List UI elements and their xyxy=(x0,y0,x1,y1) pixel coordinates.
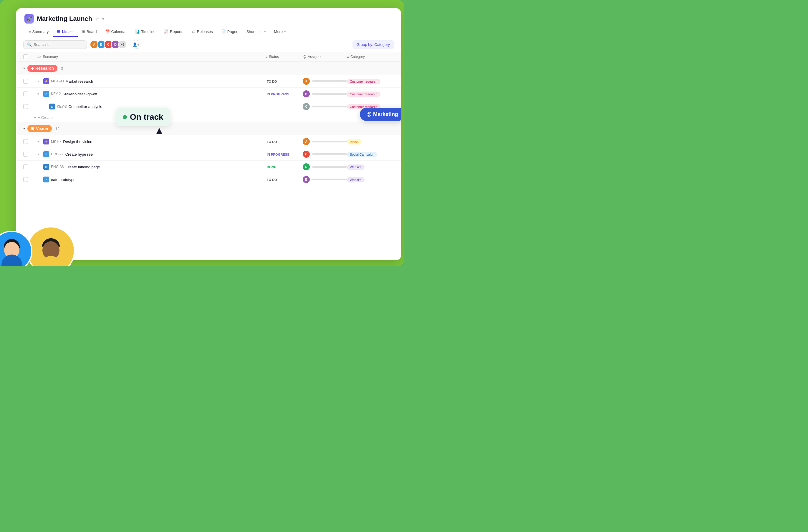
row-check-7[interactable] xyxy=(23,177,32,182)
task-checkbox-7[interactable] xyxy=(23,177,28,182)
assignee-avatar-7: B xyxy=(303,176,310,183)
task-checkbox-3[interactable] xyxy=(23,104,28,109)
status-badge-2: IN PROGRESS xyxy=(264,92,292,97)
task-id-1: MGT-90 xyxy=(51,79,63,83)
row-category-7: Website xyxy=(347,177,394,182)
star-icon[interactable]: ☆ xyxy=(95,16,99,22)
at-marketing-text: @ Marketing xyxy=(366,111,398,117)
assignee-avatar-5: C xyxy=(303,151,310,158)
tab-pages[interactable]: 📄 Pages xyxy=(217,27,242,37)
releases-icon: 🏷 xyxy=(192,30,196,34)
row-task-content-1: ⚡ MGT-90 Market research xyxy=(43,78,264,84)
task-checkbox-2[interactable] xyxy=(23,92,28,96)
create-row[interactable]: + + Create xyxy=(16,113,401,122)
title-row: 🚀 Marketing Launch ☆ ▾ xyxy=(24,14,393,23)
summary-icon: ≡ xyxy=(29,30,31,34)
tab-timeline[interactable]: 📊 Timeline xyxy=(131,27,160,37)
assignee-avatar-1: A xyxy=(303,78,310,85)
task-title-2[interactable]: Stakeholder Sign-off xyxy=(63,92,264,96)
task-icon-4: ⚡ xyxy=(43,138,49,145)
add-member-button[interactable]: 👤+ xyxy=(132,40,141,49)
assignee-avatar-3: C xyxy=(303,103,310,110)
board-icon: ⊞ xyxy=(82,30,85,34)
task-row: ▾ ⊞ KEY-3 Competitor analysis C Customer… xyxy=(16,100,401,113)
task-title-5[interactable]: Create hype reel xyxy=(66,152,264,156)
task-title-1[interactable]: Market research xyxy=(66,79,264,83)
research-label: ◆ Research xyxy=(27,65,57,72)
calendar-icon: 📅 xyxy=(105,30,110,34)
bottom-avatar-woman xyxy=(0,231,32,266)
create-label[interactable]: + Create xyxy=(38,115,53,120)
row-check-2[interactable] xyxy=(23,92,32,96)
assignee-bar-3 xyxy=(312,106,347,108)
nav-tabs: ≡ Summary ☰ List ••• ⊞ Board 📅 Calendar … xyxy=(24,27,393,37)
tab-reports[interactable]: 📈 Reports xyxy=(160,27,187,37)
task-row: ▾ ✓ CRE-22 Create hype reel IN PROGRESS … xyxy=(16,148,401,161)
tab-list[interactable]: ☰ List ••• xyxy=(53,27,78,37)
tab-calendar[interactable]: 📅 Calendar xyxy=(101,27,131,37)
task-row: ▾ ⊞ ENG-38 Create landing page DONE D We… xyxy=(16,161,401,173)
row-category-5: Social Campaign xyxy=(347,152,394,157)
row-expand-4[interactable]: ▾ xyxy=(37,140,43,144)
title-dropdown-icon[interactable]: ▾ xyxy=(102,17,104,21)
add-person-icon: 👤+ xyxy=(132,42,140,47)
assignee-bar-5 xyxy=(312,153,347,155)
section-vision: ▾ ▣ Vision 12 xyxy=(16,122,401,135)
row-task-content-2: ✓ KEY-2 Stakeholder Sign-off xyxy=(43,91,264,97)
th-assignee: @ Assignee xyxy=(303,55,347,59)
row-assignee-3: C xyxy=(303,103,347,110)
table-body: ▾ ◆ Research 3 ▾ ⚡ MGT-90 Market researc… xyxy=(16,62,401,260)
assignee-bar-2 xyxy=(312,93,347,95)
research-icon: ◆ xyxy=(31,66,34,70)
task-checkbox-4[interactable] xyxy=(23,139,28,144)
task-checkbox-5[interactable] xyxy=(23,152,28,156)
row-check-5[interactable] xyxy=(23,152,32,156)
assignee-bar-7 xyxy=(312,178,347,180)
row-task-content-5: ✓ CRE-22 Create hype reel xyxy=(43,151,264,157)
task-checkbox-6[interactable] xyxy=(23,165,28,169)
task-icon-3: ⊞ xyxy=(49,103,55,110)
tab-more[interactable]: More ▾ xyxy=(270,27,290,37)
th-status: ⊙ Status xyxy=(264,55,303,59)
task-id-6: ENG-38 xyxy=(51,165,63,169)
row-status-1: TO DO xyxy=(264,79,303,84)
th-checkbox[interactable] xyxy=(23,54,32,59)
research-chevron[interactable]: ▾ xyxy=(23,66,25,70)
row-task-content-4: ⚡ MKT-7 Design the vision xyxy=(43,138,264,145)
row-expand-1[interactable]: ▾ xyxy=(37,79,43,83)
task-row: ▾ ⚡ MGT-90 Market research TO DO A Custo… xyxy=(16,75,401,88)
header: 🚀 Marketing Launch ☆ ▾ ≡ Summary ☰ List … xyxy=(16,8,401,37)
row-status-2: IN PROGRESS xyxy=(264,91,303,96)
search-input[interactable] xyxy=(34,42,83,47)
vision-chevron[interactable]: ▾ xyxy=(23,127,25,131)
group-by-button[interactable]: Group by: Category xyxy=(352,40,394,49)
task-row: ▾ ✓ KEY-2 Stakeholder Sign-off IN PROGRE… xyxy=(16,88,401,100)
task-title-4[interactable]: Design the vision xyxy=(63,139,264,144)
task-checkbox-1[interactable] xyxy=(23,79,28,83)
search-box[interactable]: 🔍 xyxy=(23,40,87,49)
task-title-6[interactable]: Create landing page xyxy=(66,165,264,169)
create-plus-icon: + xyxy=(34,115,36,120)
row-check-3[interactable] xyxy=(23,104,32,109)
task-title-7[interactable]: eate prototype xyxy=(51,177,264,182)
row-status-5: IN PROGRESS xyxy=(264,152,303,157)
tab-board[interactable]: ⊞ Board xyxy=(78,27,101,37)
select-all-checkbox[interactable] xyxy=(23,54,28,59)
row-category-1: Customer research xyxy=(347,79,394,84)
row-expand-5[interactable]: ▾ xyxy=(37,152,43,156)
category-header-icon: ≡ xyxy=(347,55,349,59)
avatars-row: A B C D +3 xyxy=(90,40,127,49)
row-assignee-5: C xyxy=(303,151,347,158)
row-task-content-7: ✓ eate prototype xyxy=(43,176,264,183)
row-status-6: DONE xyxy=(264,164,303,170)
row-check-6[interactable] xyxy=(23,165,32,169)
tab-releases[interactable]: 🏷 Releases xyxy=(187,27,217,37)
tab-shortcuts[interactable]: Shortcuts ▾ xyxy=(242,27,270,37)
status-badge-6: DONE xyxy=(264,165,279,170)
row-check-4[interactable] xyxy=(23,139,32,144)
th-summary: Aa Summary xyxy=(37,55,264,59)
tab-summary[interactable]: ≡ Summary xyxy=(24,27,53,37)
row-check-1[interactable] xyxy=(23,79,32,83)
row-expand-2[interactable]: ▾ xyxy=(37,92,43,96)
task-row: ▾ ✓ eate prototype TO DO B Website xyxy=(16,173,401,186)
